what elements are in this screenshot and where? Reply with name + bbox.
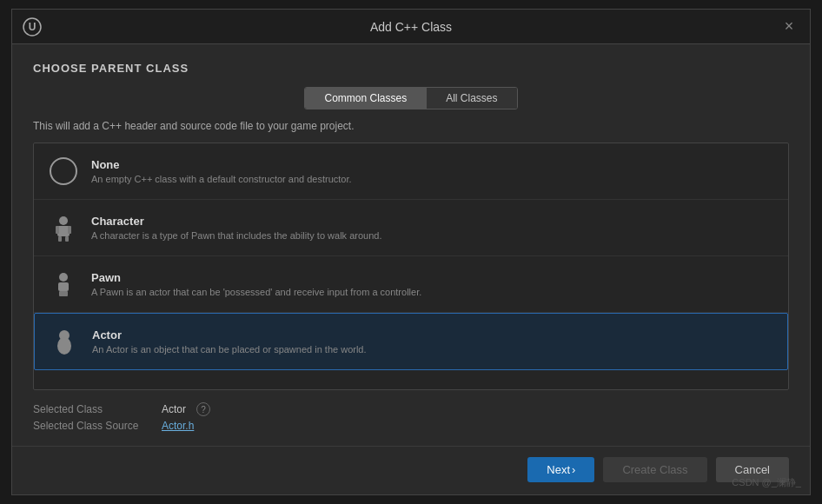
class-item-pawn[interactable]: Pawn A Pawn is an actor that can be 'pos… xyxy=(34,256,788,313)
class-list[interactable]: None An empty C++ class with a default c… xyxy=(33,143,789,390)
class-item-character[interactable]: Character A character is a type of Pawn … xyxy=(34,200,788,256)
dialog-title: Add C++ Class xyxy=(370,20,452,34)
svg-rect-10 xyxy=(58,282,69,291)
svg-point-2 xyxy=(50,158,76,184)
selected-class-label: Selected Class xyxy=(33,403,155,415)
none-info: None An empty C++ class with a default c… xyxy=(91,158,352,184)
character-name: Character xyxy=(91,215,381,228)
character-icon xyxy=(48,212,79,243)
watermark-text: CSDN @_澜静_ xyxy=(732,476,801,489)
main-content: CHOOSE PARENT CLASS Common Classes All C… xyxy=(12,44,810,446)
selected-class-source-value[interactable]: Actor.h xyxy=(162,420,194,432)
svg-rect-4 xyxy=(57,226,70,236)
class-type-tabs: Common Classes All Classes xyxy=(304,87,517,109)
selected-class-source-row: Selected Class Source Actor.h xyxy=(33,420,789,432)
pawn-info: Pawn A Pawn is an actor that can be 'pos… xyxy=(91,271,421,297)
svg-rect-6 xyxy=(68,226,71,234)
svg-rect-11 xyxy=(59,291,68,296)
section-heading: CHOOSE PARENT CLASS xyxy=(33,62,789,75)
tab-common-classes[interactable]: Common Classes xyxy=(305,88,427,109)
selected-class-source-label: Selected Class Source xyxy=(33,420,155,432)
svg-rect-5 xyxy=(56,226,59,234)
svg-rect-7 xyxy=(58,236,62,242)
none-name: None xyxy=(91,158,352,171)
character-info: Character A character is a type of Pawn … xyxy=(91,215,381,241)
footer-info: Selected Class Actor ? Selected Class So… xyxy=(33,402,789,432)
svg-rect-8 xyxy=(65,236,69,242)
help-icon[interactable]: ? xyxy=(196,402,210,416)
close-button[interactable]: × xyxy=(779,17,799,37)
button-row: Next› Create Class Cancel xyxy=(12,446,810,494)
class-item-actor[interactable]: Actor An Actor is an object that can be … xyxy=(34,313,788,370)
actor-name: Actor xyxy=(92,328,367,342)
none-icon xyxy=(48,156,79,187)
actor-desc: An Actor is an object that can be placed… xyxy=(92,344,367,355)
add-cpp-class-dialog: U Add C++ Class × CHOOSE PARENT CLASS Co… xyxy=(11,9,811,495)
tab-all-classes[interactable]: All Classes xyxy=(427,88,516,109)
class-item-none[interactable]: None An empty C++ class with a default c… xyxy=(34,143,788,200)
pawn-name: Pawn xyxy=(91,271,421,284)
create-class-button: Create Class xyxy=(603,457,706,482)
pawn-icon xyxy=(48,269,79,300)
actor-icon xyxy=(49,326,80,357)
character-desc: A character is a type of Pawn that inclu… xyxy=(91,230,381,241)
svg-text:U: U xyxy=(29,21,36,33)
subtitle-text: This will add a C++ header and source co… xyxy=(33,120,789,132)
actor-info: Actor An Actor is an object that can be … xyxy=(92,328,367,355)
ue-logo-icon: U xyxy=(23,17,42,36)
selected-class-row: Selected Class Actor ? xyxy=(33,402,789,416)
tabs-row: Common Classes All Classes xyxy=(33,87,789,109)
none-desc: An empty C++ class with a default constr… xyxy=(91,174,352,184)
svg-point-9 xyxy=(59,273,68,282)
svg-point-3 xyxy=(59,216,68,225)
svg-point-13 xyxy=(57,337,71,355)
selected-class-value: Actor xyxy=(162,403,186,415)
pawn-desc: A Pawn is an actor that can be 'possesse… xyxy=(91,287,421,297)
titlebar: U Add C++ Class × xyxy=(12,10,810,44)
next-button[interactable]: Next› xyxy=(527,457,594,482)
next-chevron-icon: › xyxy=(572,463,575,476)
